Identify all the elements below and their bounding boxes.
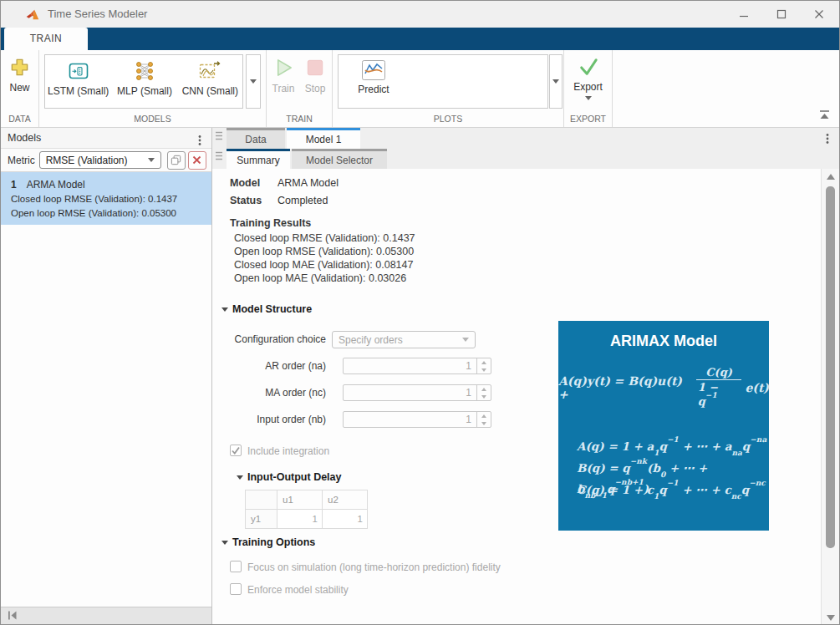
spinner-stepper[interactable] [476,358,491,373]
models-panel: Models Metric RMSE (Validation) [1,128,212,625]
tab-model-1-label: Model 1 [306,134,342,145]
new-button[interactable]: New [1,50,38,113]
tab-train[interactable]: TRAIN [4,28,88,50]
include-integration-label: Include integration [247,445,329,457]
chevron-down-icon [148,158,155,162]
tab-model-1[interactable]: Model 1 [287,128,360,149]
enforce-stability-checkbox[interactable] [230,583,242,595]
spinner-down-icon [481,422,486,425]
io-table-row-y1: y1 [246,510,277,529]
time-series-modeler-window: Time Series Modeler TRAIN New DATA [0,0,840,625]
collapse-triangle-icon [237,475,243,480]
ar-order-label: AR order (na) [212,358,326,375]
status-field-label: Status [230,195,262,206]
ma-order-spinner[interactable]: 1 [343,384,491,401]
train-button-label: Train [272,83,295,94]
view-tab-bar: Summary Model Selector [212,149,839,169]
scrollbar-up-icon[interactable] [827,174,835,180]
collapse-panel-left-icon[interactable] [8,611,18,622]
plots-gallery-dropdown[interactable] [549,54,563,109]
section-label-export: EXPORT [564,113,612,127]
spinner-up-icon [481,361,486,364]
io-table-corner-cell [246,490,277,510]
toolbar-spacer [613,50,839,127]
arimax-equation-a: A(q) = 1 + a1q−1 + ⋯ + anaq−na [577,436,766,457]
tab-model-selector[interactable]: Model Selector [292,149,387,169]
model-field-value: ARMA Model [277,177,339,189]
include-integration-checkbox[interactable] [230,445,242,456]
export-button[interactable]: Export [564,50,612,113]
collapse-ribbon-icon[interactable] [818,109,831,123]
training-options-section-header[interactable]: Training Options [221,536,315,548]
minimize-button[interactable] [731,2,756,27]
tab-model-selector-label: Model Selector [306,155,373,166]
metric-label: Metric [8,155,35,166]
toolbar-section-data: New DATA [1,50,39,127]
ar-order-value: 1 [344,358,476,373]
document-bar-menu-icon[interactable] [826,133,829,147]
fraction-numerator: C(q) [704,366,734,379]
arimax-main-equation: A(q)y(t) = B(q)u(t) + C(q) 1 − q−1 e(t) [558,367,769,409]
tab-summary[interactable]: Summary [227,149,290,169]
models-gallery-dropdown[interactable] [246,54,261,109]
status-field-value: Completed [277,195,328,206]
predict-button[interactable]: Predict [339,55,409,108]
metric-dropdown[interactable]: RMSE (Validation) [39,151,161,169]
table-row: y1 1 1 [246,510,368,529]
tab-data-label: Data [245,134,266,145]
gallery-item-lstm[interactable]: LSTM (Small) [45,55,111,108]
ribbon-tab-strip: TRAIN [1,28,839,50]
close-button[interactable] [807,2,832,27]
models-panel-menu-icon[interactable] [198,133,201,154]
export-dropdown-icon[interactable] [585,96,592,100]
chevron-down-icon [552,79,559,84]
lstm-icon [67,59,90,83]
configuration-choice-dropdown[interactable]: Specify orders [332,331,476,348]
model-item-metric-1: Closed loop RMSE (Validation): 0.1437 [11,192,203,206]
metric-toolbar: Metric RMSE (Validation) [1,149,211,172]
delete-x-icon [192,155,201,165]
vertical-scrollbar[interactable] [821,169,839,625]
input-order-spinner[interactable]: 1 [343,411,491,428]
models-panel-title: Models [8,132,41,144]
training-result-line: Closed loop MAE (Validation): 0.08147 [234,259,413,271]
configuration-choice-label: Configuration choice [212,331,326,348]
scrollbar-thumb[interactable] [826,186,835,548]
gallery-item-cnn[interactable]: CNN (Small) [178,55,242,108]
tab-group-grip-icon[interactable] [216,151,222,163]
ar-order-spinner[interactable]: 1 [343,358,491,374]
collapse-triangle-icon [221,541,228,545]
io-delay-title: Input-Output Delay [247,471,342,483]
io-delay-section-header[interactable]: Input-Output Delay [237,471,342,483]
training-results-title: Training Results [230,217,311,229]
delete-model-button[interactable] [188,151,206,170]
models-panel-header: Models [1,128,211,149]
close-icon [814,9,824,19]
chevron-down-icon [250,79,257,84]
tab-data[interactable]: Data [227,128,285,149]
gallery-item-mlp[interactable]: MLP (Small) [111,55,177,108]
spinner-stepper[interactable] [476,385,491,400]
export-button-label: Export [573,81,603,93]
model-structure-section-header[interactable]: Model Structure [221,303,312,315]
focus-simulation-checkbox[interactable] [230,561,242,572]
io-table-col-u2: u2 [323,490,368,510]
enforce-stability-label: Enforce model stability [247,584,349,596]
io-delay-table: u1 u2 y1 1 1 [245,490,368,529]
summary-content: Model ARMA Model Status Completed Traini… [212,169,839,625]
train-button[interactable]: Train [267,50,300,113]
input-order-label: Input order (nb) [212,411,326,429]
io-delay-cell-u1[interactable]: 1 [277,510,323,529]
io-delay-cell-u2[interactable]: 1 [323,510,368,529]
scrollbar-down-icon[interactable] [827,615,835,621]
model-field-label: Model [230,177,260,189]
train-play-icon [272,57,294,79]
spinner-stepper[interactable] [476,412,491,427]
section-label-data: DATA [1,113,38,127]
stop-button[interactable]: Stop [300,50,330,113]
maximize-button[interactable] [769,2,794,27]
tab-group-grip-icon[interactable] [216,131,222,143]
duplicate-model-button[interactable] [167,151,186,170]
model-list-item-selected[interactable]: 1ARMA Model Closed loop RMSE (Validation… [1,172,211,225]
new-button-label: New [9,82,29,94]
